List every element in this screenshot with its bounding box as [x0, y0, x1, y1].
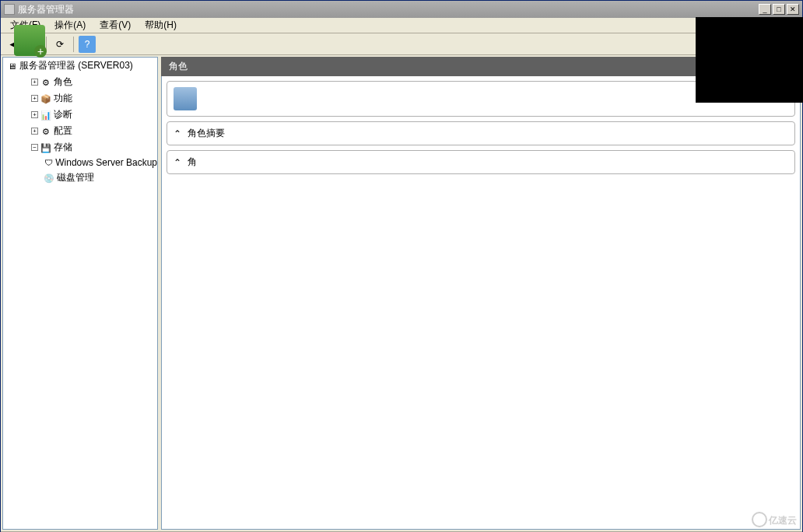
- tree-configuration[interactable]: + ⚙ 配置: [3, 123, 157, 139]
- main-titlebar[interactable]: 服务器管理器 _ □ ✕: [1, 1, 802, 18]
- tree-wsb[interactable]: 🛡 Windows Server Backup: [3, 156, 157, 170]
- tree-diskmgmt[interactable]: 💿 磁盘管理: [3, 170, 157, 186]
- tree-roles[interactable]: + ⚙ 角色: [3, 74, 157, 90]
- collapse-icon[interactable]: −: [31, 144, 38, 151]
- expand-icon[interactable]: +: [31, 95, 38, 102]
- tree-panel[interactable]: 🖥 服务器管理器 (SERVER03) + ⚙ 角色 + 📦 功能 + 📊 诊断…: [2, 57, 158, 530]
- tree-diagnostics[interactable]: + 📊 诊断: [3, 107, 157, 123]
- expand-icon[interactable]: +: [31, 128, 38, 135]
- minimize-button[interactable]: _: [759, 4, 771, 15]
- backup-icon: 🛡: [44, 157, 53, 168]
- tree-storage[interactable]: − 💾 存储: [3, 139, 157, 156]
- main-title: 服务器管理器: [18, 3, 74, 16]
- configuration-icon: ⚙: [40, 126, 51, 137]
- menu-action[interactable]: 操作(A): [48, 17, 92, 33]
- toolbar: ◄ ► ⟳ ?: [1, 33, 802, 55]
- expand-icon[interactable]: +: [31, 111, 38, 118]
- server-icon: 🖥: [6, 61, 17, 72]
- watermark: 亿速云: [752, 511, 797, 527]
- diagnostics-icon: 📊: [40, 110, 51, 121]
- caret-icon: ⌃: [174, 128, 183, 139]
- roles-icon: ⚙: [40, 77, 51, 88]
- caret-icon: ⌃: [174, 157, 183, 168]
- right-panel: 角色 ⌃ 角色摘要 ⌃ 角: [161, 57, 801, 530]
- tree-features[interactable]: + 📦 功能: [3, 90, 157, 107]
- summary-icon: [174, 87, 197, 110]
- server-manager-window: 服务器管理器 _ □ ✕ 文件(F) 操作(A) 查看(V) 帮助(H) ◄ ►…: [0, 0, 803, 532]
- maximize-button[interactable]: □: [773, 4, 785, 15]
- menu-help[interactable]: 帮助(H): [139, 17, 183, 33]
- close-button[interactable]: ✕: [787, 4, 799, 15]
- refresh-button[interactable]: ⟳: [51, 36, 68, 53]
- tree-root[interactable]: 🖥 服务器管理器 (SERVER03): [3, 58, 157, 74]
- menu-view[interactable]: 查看(V): [93, 17, 137, 33]
- black-area: [696, 17, 803, 103]
- help-button[interactable]: ?: [79, 36, 96, 53]
- menubar: 文件(F) 操作(A) 查看(V) 帮助(H): [1, 18, 802, 33]
- storage-icon: 💾: [40, 142, 51, 153]
- features-icon: 📦: [40, 93, 51, 104]
- rp-roles-section[interactable]: ⌃ 角: [167, 150, 795, 174]
- wizard-icon: [14, 25, 45, 56]
- separator: [73, 37, 74, 52]
- disk-icon: 💿: [44, 173, 54, 184]
- rp-roles-summary[interactable]: ⌃ 角色摘要: [167, 121, 795, 145]
- app-icon: [4, 4, 15, 15]
- expand-icon[interactable]: +: [31, 79, 38, 86]
